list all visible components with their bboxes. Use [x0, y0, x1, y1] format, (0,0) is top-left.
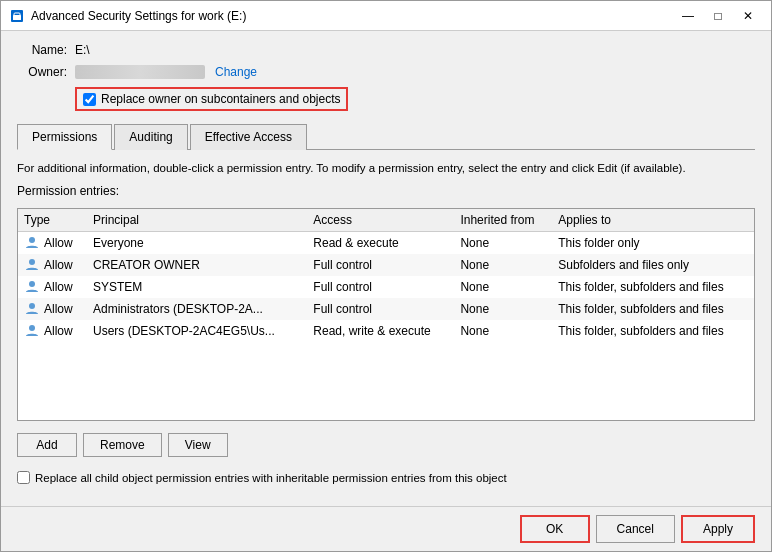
cell-inherited: None — [454, 232, 552, 255]
cell-inherited: None — [454, 298, 552, 320]
name-label: Name: — [17, 43, 67, 57]
window-icon — [9, 8, 25, 24]
owner-label: Owner: — [17, 65, 67, 79]
window-title: Advanced Security Settings for work (E:) — [31, 9, 673, 23]
user-icon — [24, 257, 40, 273]
info-text: For additional information, double-click… — [17, 162, 755, 174]
permissions-table: Type Principal Access Inherited from App… — [18, 209, 754, 342]
cell-applies: This folder, subfolders and files — [552, 276, 754, 298]
add-button[interactable]: Add — [17, 433, 77, 457]
table-row[interactable]: Allow SYSTEMFull controlNoneThis folder,… — [18, 276, 754, 298]
cell-inherited: None — [454, 320, 552, 342]
close-button[interactable]: ✕ — [733, 6, 763, 26]
cell-inherited: None — [454, 254, 552, 276]
table-row[interactable]: Allow CREATOR OWNERFull controlNoneSubfo… — [18, 254, 754, 276]
owner-value-area: Change — [75, 65, 257, 79]
cancel-button[interactable]: Cancel — [596, 515, 675, 543]
svg-point-6 — [29, 303, 35, 309]
action-buttons: Add Remove View — [17, 433, 755, 457]
window-controls: — □ ✕ — [673, 6, 763, 26]
cell-access: Full control — [307, 298, 454, 320]
maximize-button[interactable]: □ — [703, 6, 733, 26]
replace-all-checkbox[interactable] — [17, 471, 30, 484]
cell-applies: This folder, subfolders and files — [552, 298, 754, 320]
permissions-table-body: Allow EveryoneRead & executeNoneThis fol… — [18, 232, 754, 343]
col-type: Type — [18, 209, 87, 232]
svg-point-7 — [29, 325, 35, 331]
cell-principal: CREATOR OWNER — [87, 254, 307, 276]
minimize-button[interactable]: — — [673, 6, 703, 26]
footer: OK Cancel Apply — [1, 506, 771, 551]
cell-type: Allow — [18, 320, 87, 342]
cell-type: Allow — [18, 298, 87, 320]
user-icon — [24, 323, 40, 339]
svg-point-5 — [29, 281, 35, 287]
cell-applies: This folder, subfolders and files — [552, 320, 754, 342]
replace-owner-label[interactable]: Replace owner on subcontainers and objec… — [75, 87, 348, 111]
user-icon — [24, 301, 40, 317]
remove-button[interactable]: Remove — [83, 433, 162, 457]
cell-principal: SYSTEM — [87, 276, 307, 298]
owner-blurred-value — [75, 65, 205, 79]
svg-point-4 — [29, 259, 35, 265]
window: Advanced Security Settings for work (E:)… — [0, 0, 772, 552]
cell-access: Read, write & execute — [307, 320, 454, 342]
apply-button[interactable]: Apply — [681, 515, 755, 543]
col-inherited: Inherited from — [454, 209, 552, 232]
svg-point-3 — [29, 237, 35, 243]
section-label: Permission entries: — [17, 184, 755, 198]
cell-access: Full control — [307, 254, 454, 276]
user-icon — [24, 235, 40, 251]
table-row[interactable]: Allow Users (DESKTOP-2AC4EG5\Us...Read, … — [18, 320, 754, 342]
tab-effective-access[interactable]: Effective Access — [190, 124, 307, 150]
tab-permissions[interactable]: Permissions — [17, 124, 112, 150]
cell-access: Full control — [307, 276, 454, 298]
tab-bar: Permissions Auditing Effective Access — [17, 123, 755, 150]
titlebar: Advanced Security Settings for work (E:)… — [1, 1, 771, 31]
replace-owner-text: Replace owner on subcontainers and objec… — [101, 92, 340, 106]
bottom-checkbox-row: Replace all child object permission entr… — [17, 471, 755, 484]
table-row[interactable]: Allow EveryoneRead & executeNoneThis fol… — [18, 232, 754, 255]
replace-owner-checkbox[interactable] — [83, 93, 96, 106]
cell-inherited: None — [454, 276, 552, 298]
col-access: Access — [307, 209, 454, 232]
cell-principal: Users (DESKTOP-2AC4EG5\Us... — [87, 320, 307, 342]
name-row: Name: E:\ — [17, 43, 755, 57]
cell-principal: Everyone — [87, 232, 307, 255]
change-link[interactable]: Change — [215, 65, 257, 79]
name-value: E:\ — [75, 43, 90, 57]
view-button[interactable]: View — [168, 433, 228, 457]
table-row[interactable]: Allow Administrators (DESKTOP-2A...Full … — [18, 298, 754, 320]
cell-applies: Subfolders and files only — [552, 254, 754, 276]
cell-principal: Administrators (DESKTOP-2A... — [87, 298, 307, 320]
col-principal: Principal — [87, 209, 307, 232]
replace-owner-row: Replace owner on subcontainers and objec… — [75, 87, 755, 111]
cell-type: Allow — [18, 232, 87, 255]
tab-auditing[interactable]: Auditing — [114, 124, 187, 150]
main-content: Name: E:\ Owner: Change Replace owner on… — [1, 31, 771, 506]
permissions-table-container: Type Principal Access Inherited from App… — [17, 208, 755, 421]
user-icon — [24, 279, 40, 295]
cell-type: Allow — [18, 254, 87, 276]
replace-all-label: Replace all child object permission entr… — [35, 472, 507, 484]
cell-type: Allow — [18, 276, 87, 298]
table-header-row: Type Principal Access Inherited from App… — [18, 209, 754, 232]
owner-row: Owner: Change — [17, 65, 755, 79]
ok-button[interactable]: OK — [520, 515, 590, 543]
cell-access: Read & execute — [307, 232, 454, 255]
col-applies: Applies to — [552, 209, 754, 232]
cell-applies: This folder only — [552, 232, 754, 255]
